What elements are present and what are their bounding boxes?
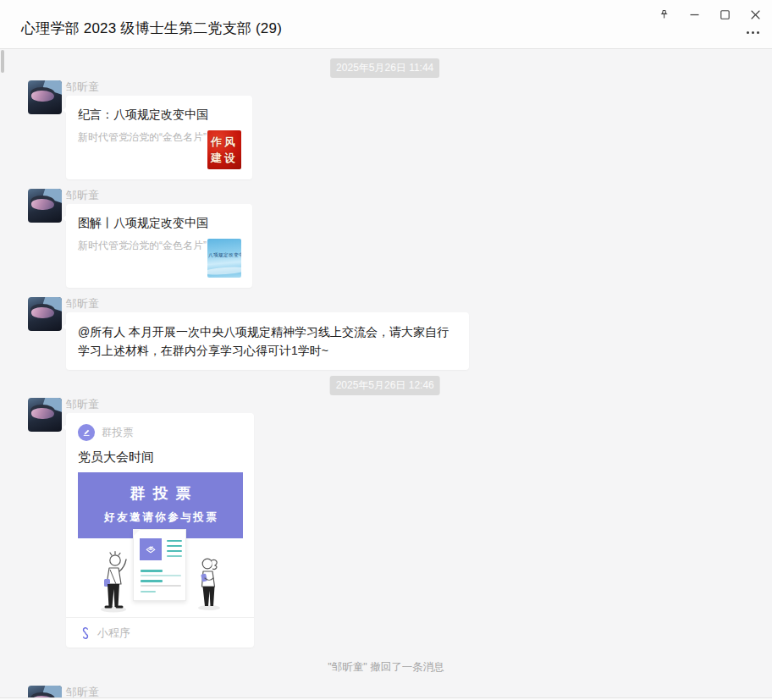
- more-ellipsis-icon[interactable]: [742, 24, 764, 41]
- close-icon[interactable]: [743, 5, 767, 24]
- sender-name: 邹昕童: [66, 189, 252, 202]
- sender-name: 邹昕童: [66, 398, 254, 411]
- sender-name: 邹昕童: [66, 297, 469, 311]
- maximize-icon[interactable]: [713, 5, 736, 24]
- person-right-illustration: [195, 555, 225, 611]
- message-text: 邹昕童 @所有人 本月开展一次中央八项规定精神学习线上交流会，请大家自行学习上述…: [28, 297, 469, 370]
- recall-notice: "邹昕童" 撤回了一条消息: [328, 660, 444, 675]
- mini-program-label: 小程序: [97, 626, 130, 641]
- sender-name: 邹昕童: [66, 80, 252, 94]
- avatar[interactable]: [28, 398, 62, 432]
- scrollbar-thumb[interactable]: [1, 50, 4, 73]
- wechat-chat-window: 心理学部 2023 级博士生第二党支部 (29) 2: [0, 0, 772, 700]
- ballot-document-illustration: [133, 529, 186, 601]
- link-card-title: 图解丨八项规定改变中国: [78, 214, 241, 231]
- poll-app-icon: [78, 424, 95, 441]
- avatar[interactable]: [28, 189, 62, 223]
- poll-card[interactable]: 群投票 党员大会时间 群投票 好友邀请你参与投票: [66, 413, 254, 648]
- timestamp-badge: 2025年5月26日 11:44: [330, 58, 439, 78]
- mini-program-link-icon: [80, 627, 91, 639]
- chat-title: 心理学部 2023 级博士生第二党支部 (29): [21, 19, 282, 38]
- person-left-illustration: [98, 551, 130, 614]
- window-controls: [652, 5, 767, 24]
- link-card-thumbnail: 八项规定改变中国: [207, 239, 241, 278]
- poll-app-label: 群投票: [102, 426, 134, 440]
- pin-icon[interactable]: [652, 5, 676, 24]
- poll-banner-title: 群投票: [78, 472, 243, 504]
- message-link-card-2: 邹昕童 图解丨八项规定改变中国 新时代管党治党的“金色名片” 八项规定改变中国: [28, 189, 252, 288]
- titlebar: 心理学部 2023 级博士生第二党支部 (29): [0, 0, 772, 49]
- avatar[interactable]: [28, 297, 62, 331]
- message-poll-card: 邹昕童 群投票 党员大会时间 群投票 好友邀请你参与投票: [28, 398, 254, 648]
- avatar[interactable]: [28, 80, 62, 114]
- ballot-box-icon: [140, 538, 162, 560]
- minimize-icon[interactable]: [682, 5, 706, 24]
- link-card[interactable]: 图解丨八项规定改变中国 新时代管党治党的“金色名片” 八项规定改变中国: [66, 204, 252, 288]
- link-card-subtitle: 新时代管党治党的“金色名片”: [78, 130, 207, 169]
- link-card-title: 纪言：八项规定改变中国: [78, 106, 241, 123]
- timestamp-badge: 2025年5月26日 12:46: [330, 376, 440, 395]
- link-card-thumbnail: 作风建设: [207, 130, 241, 169]
- text-bubble[interactable]: @所有人 本月开展一次中央八项规定精神学习线上交流会，请大家自行学习上述材料，在…: [66, 312, 469, 370]
- link-card[interactable]: 纪言：八项规定改变中国 新时代管党治党的“金色名片” 作风建设: [66, 96, 252, 179]
- poll-banner-subtitle: 好友邀请你参与投票: [78, 510, 243, 525]
- poll-title: 党员大会时间: [78, 449, 243, 466]
- message-link-card-1: 邹昕童 纪言：八项规定改变中国 新时代管党治党的“金色名片” 作风建设: [28, 80, 252, 179]
- mini-program-footer: 小程序: [66, 617, 254, 648]
- chat-message-area: 2025年5月26日 11:44 邹昕童 纪言：八项规定改变中国 新时代管党治党…: [0, 49, 772, 700]
- poll-illustration: [78, 538, 243, 616]
- link-card-subtitle: 新时代管党治党的“金色名片”: [78, 239, 207, 278]
